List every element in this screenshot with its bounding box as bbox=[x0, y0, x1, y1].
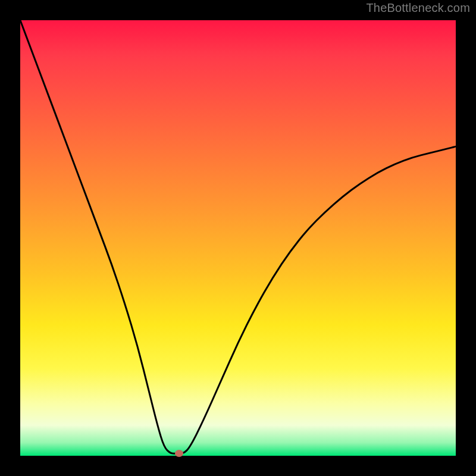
curve-svg bbox=[20, 20, 456, 456]
chart-frame: TheBottleneck.com bbox=[0, 0, 476, 476]
watermark-text: TheBottleneck.com bbox=[366, 1, 470, 15]
bottleneck-curve bbox=[20, 20, 456, 453]
min-point-marker bbox=[175, 450, 183, 457]
plot-area bbox=[20, 20, 456, 456]
